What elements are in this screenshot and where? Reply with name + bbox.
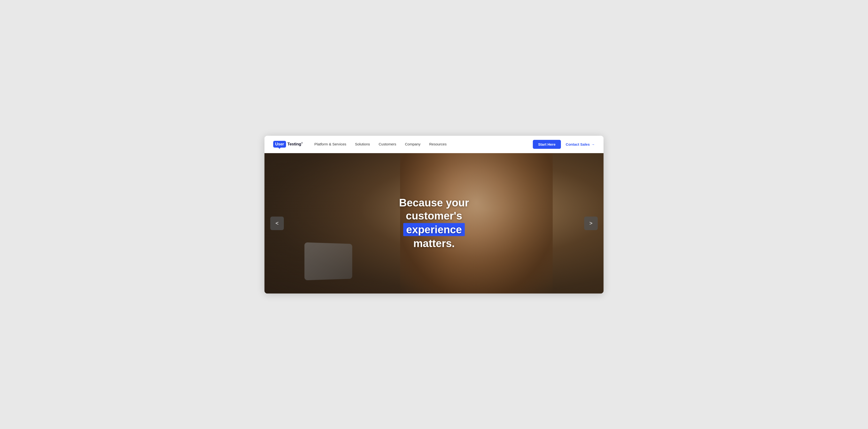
nav-item-platform: Platform & Services bbox=[314, 142, 346, 146]
logo[interactable]: User Testing® bbox=[273, 141, 303, 147]
nav-item-solutions: Solutions bbox=[355, 142, 370, 146]
navbar: User Testing® Platform & Services Soluti… bbox=[265, 136, 603, 153]
hero-tablet-device bbox=[304, 242, 352, 280]
nav-item-company: Company bbox=[405, 142, 421, 146]
hero-content: Because your customer's experience matte… bbox=[376, 196, 492, 250]
nav-links: Platform & Services Solutions Customers … bbox=[314, 142, 446, 146]
contact-sales-arrow: → bbox=[591, 142, 595, 146]
carousel-prev-button[interactable]: < bbox=[270, 217, 284, 230]
hero-highlight-word: experience bbox=[403, 223, 465, 236]
nav-link-resources[interactable]: Resources bbox=[429, 142, 446, 146]
start-here-button[interactable]: Start Here bbox=[533, 140, 561, 149]
logo-testing-text: Testing® bbox=[287, 142, 303, 146]
navbar-left: User Testing® Platform & Services Soluti… bbox=[273, 141, 446, 147]
chevron-left-icon: < bbox=[276, 220, 279, 227]
nav-link-company[interactable]: Company bbox=[405, 142, 421, 146]
nav-link-solutions[interactable]: Solutions bbox=[355, 142, 370, 146]
nav-item-customers: Customers bbox=[378, 142, 396, 146]
nav-link-customers[interactable]: Customers bbox=[378, 142, 396, 146]
nav-item-resources: Resources bbox=[429, 142, 446, 146]
hero-text-line2: customer's bbox=[376, 210, 492, 222]
hero-text-line1: Because your bbox=[376, 196, 492, 209]
logo-user-text: User bbox=[273, 141, 286, 147]
hero-text-highlight-line: experience bbox=[376, 223, 492, 236]
nav-link-platform[interactable]: Platform & Services bbox=[314, 142, 346, 146]
carousel-next-button[interactable]: > bbox=[584, 217, 598, 230]
hero-text-line3: matters. bbox=[376, 237, 492, 250]
chevron-right-icon: > bbox=[589, 220, 593, 227]
browser-window: User Testing® Platform & Services Soluti… bbox=[265, 136, 603, 294]
hero-section: Because your customer's experience matte… bbox=[265, 153, 603, 294]
contact-sales-label: Contact Sales bbox=[566, 142, 590, 146]
contact-sales-link[interactable]: Contact Sales → bbox=[566, 142, 595, 146]
navbar-right: Start Here Contact Sales → bbox=[533, 140, 595, 149]
